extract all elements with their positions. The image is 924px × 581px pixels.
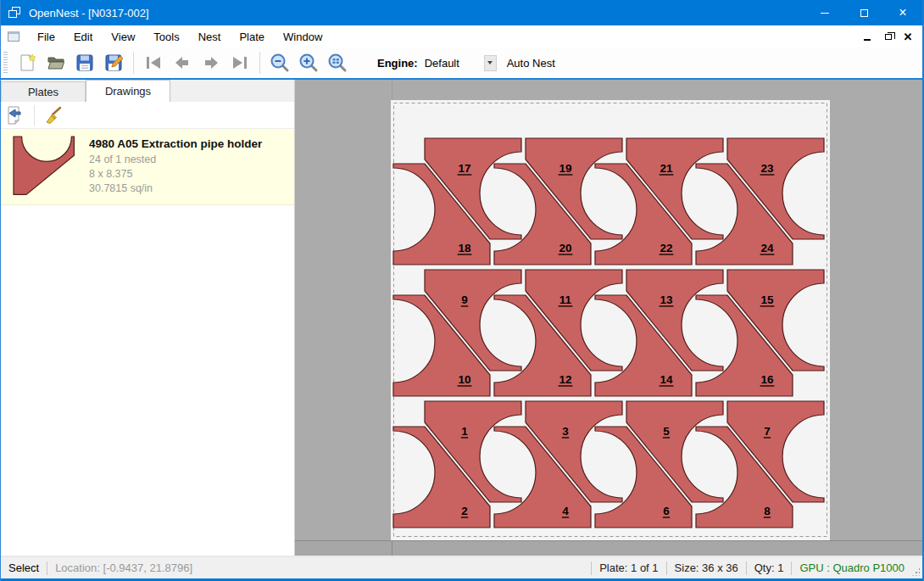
part-number-label: 6 (663, 505, 670, 517)
auto-nest-label[interactable]: Auto Nest (507, 57, 555, 70)
resize-grip[interactable] (911, 567, 920, 576)
part-number-label: 21 (660, 162, 673, 175)
part-number-label: 14 (660, 373, 673, 386)
left-panel: Plates Drawings (1, 80, 295, 556)
engine-dropdown-button[interactable] (484, 55, 497, 71)
part-number-label: 7 (764, 425, 771, 438)
plate-document[interactable]: 171819202122232491011121314151612345678 (391, 100, 830, 540)
part-thumbnail (12, 136, 78, 198)
canvas-band-divider (392, 541, 392, 556)
maximize-button[interactable] (844, 0, 883, 25)
drawing-list-empty-area (1, 205, 294, 556)
mdi-restore-button[interactable] (880, 30, 895, 43)
zoom-out-icon (270, 53, 290, 73)
status-size: Size: 36 x 36 (675, 561, 738, 574)
part-number-label: 11 (559, 293, 572, 306)
status-divider (47, 561, 47, 575)
menu-window[interactable]: Window (274, 27, 331, 47)
minimize-icon (821, 13, 829, 14)
engine-label: Engine: (377, 57, 418, 70)
part-number-label: 12 (559, 373, 571, 386)
new-button[interactable] (13, 50, 42, 75)
maximize-icon (860, 9, 868, 17)
plate-svg: 171819202122232491011121314151612345678 (391, 100, 830, 540)
mdi-restore-icon (885, 34, 892, 40)
mdi-close-button[interactable]: ✕ (900, 30, 916, 43)
window-title: OpenNest - [N0317-002] (29, 7, 149, 20)
menu-file[interactable]: File (28, 27, 64, 47)
menu-tools[interactable]: Tools (144, 27, 188, 47)
go-last-icon (230, 53, 250, 73)
part-number-label: 16 (760, 373, 774, 386)
status-divider (666, 561, 667, 575)
go-last-button[interactable] (225, 50, 254, 75)
part-number-label: 2 (461, 505, 468, 517)
panel-separator (34, 105, 35, 126)
menu-nest[interactable]: Nest (189, 27, 231, 47)
part-number-label: 22 (660, 242, 672, 254)
go-previous-button[interactable] (168, 50, 197, 75)
toolbar: Engine: Default Auto Nest (1, 47, 922, 78)
menu-plate[interactable]: Plate (230, 27, 274, 47)
status-mode: Select (8, 561, 39, 574)
part-number-label: 19 (559, 162, 571, 175)
save-as-button[interactable] (99, 50, 128, 75)
status-divider (746, 561, 747, 575)
mdi-document-icon[interactable] (8, 31, 19, 42)
status-bar: Select Location: [-0.9437, 21.8796] Plat… (1, 557, 922, 578)
clear-button[interactable] (39, 103, 68, 127)
close-icon: × (899, 6, 906, 20)
zoom-out-button[interactable] (265, 50, 294, 75)
part-number-label: 5 (663, 425, 670, 438)
part-number-label: 17 (458, 162, 470, 175)
app-window: OpenNest - [N0317-002] × File Edit View … (0, 0, 924, 581)
canvas-scroll-band[interactable] (295, 541, 922, 556)
part-number-label: 15 (760, 293, 774, 306)
part-number-label: 1 (461, 425, 468, 438)
title-bar: OpenNest - [N0317-002] × (1, 0, 922, 25)
part-number-label: 9 (461, 293, 468, 306)
toolbar-separator (133, 52, 134, 74)
zoom-in-icon (298, 53, 319, 73)
part-number-label: 18 (458, 242, 471, 254)
go-first-icon (143, 53, 164, 73)
mdi-minimize-button[interactable] (860, 30, 875, 43)
go-first-button[interactable] (139, 50, 168, 75)
import-drawing-button[interactable] (1, 103, 30, 127)
zoom-fit-button[interactable] (323, 50, 352, 75)
toolbar-separator (259, 52, 260, 74)
menu-view[interactable]: View (102, 27, 144, 47)
drawing-area: 30.7815 sq/in (89, 182, 289, 196)
app-icon (8, 6, 22, 20)
part-number-label: 24 (760, 242, 774, 254)
open-folder-icon (46, 53, 66, 73)
menu-edit[interactable]: Edit (64, 27, 102, 47)
zoom-in-button[interactable] (294, 50, 323, 75)
drawing-size: 8 x 8.375 (89, 167, 289, 182)
part-number-label: 20 (559, 242, 571, 254)
engine-select-value[interactable]: Default (425, 57, 477, 70)
part-number-label: 3 (562, 425, 569, 438)
save-button[interactable] (70, 50, 99, 75)
tab-plates[interactable]: Plates (1, 81, 86, 102)
toolbar-grip[interactable] (3, 52, 8, 74)
save-icon (75, 53, 95, 73)
drawing-list-item[interactable]: 4980 A05 Extraction pipe holder 24 of 1 … (1, 129, 294, 205)
status-plate: Plate: 1 of 1 (599, 561, 658, 574)
open-button[interactable] (42, 50, 70, 75)
part-number-label: 8 (764, 505, 771, 517)
drawing-title: 4980 A05 Extraction pipe holder (89, 137, 289, 150)
tab-drawings[interactable]: Drawings (86, 80, 170, 102)
part-number-label: 23 (760, 162, 774, 175)
go-next-button[interactable] (197, 50, 225, 75)
status-divider (591, 561, 592, 575)
broom-icon (43, 105, 64, 126)
import-drawing-icon (5, 105, 25, 126)
close-button[interactable]: × (883, 0, 922, 25)
part-number-label: 4 (562, 505, 569, 517)
minimize-button[interactable] (805, 0, 844, 25)
part-number-label: 10 (458, 373, 470, 386)
chevron-down-icon (487, 61, 493, 64)
go-previous-icon (172, 53, 192, 73)
nest-canvas[interactable]: 171819202122232491011121314151612345678 (295, 80, 922, 556)
